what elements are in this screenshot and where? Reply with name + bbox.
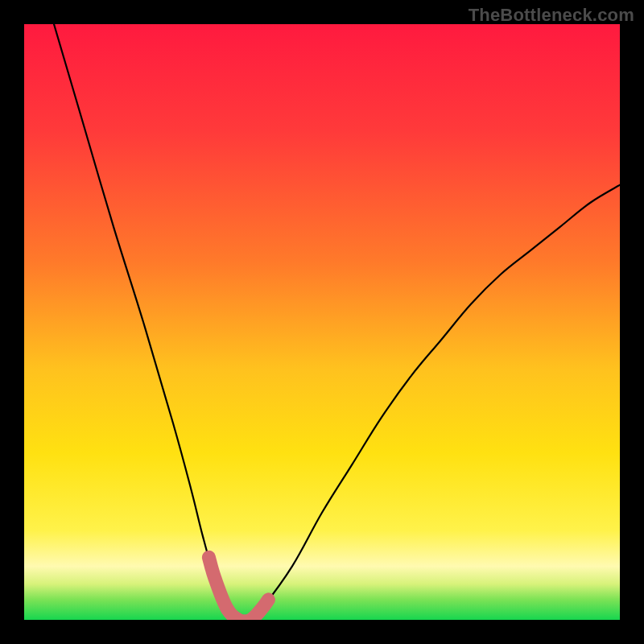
outer-frame: TheBottleneck.com bbox=[0, 0, 644, 644]
curve-highlight-segment bbox=[208, 557, 268, 620]
watermark-text: TheBottleneck.com bbox=[469, 5, 634, 26]
bottleneck-curve bbox=[54, 24, 620, 620]
chart-curve-layer bbox=[24, 24, 620, 620]
plot-area bbox=[24, 24, 620, 620]
